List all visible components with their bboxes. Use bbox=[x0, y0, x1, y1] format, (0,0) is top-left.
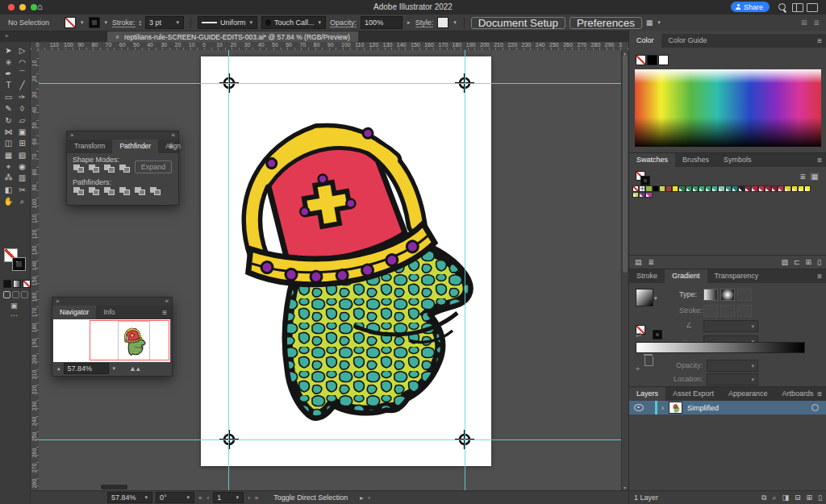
width-profile-field[interactable]: Uniform▾ bbox=[198, 16, 257, 29]
status-back-icon[interactable]: ‹ bbox=[367, 494, 371, 502]
swatch-color[interactable] bbox=[645, 185, 652, 192]
direct-selection-tool[interactable]: ▷ bbox=[15, 45, 29, 56]
type-tool[interactable]: T bbox=[2, 80, 15, 91]
new-sublayer-icon[interactable]: ⊟ bbox=[795, 494, 801, 502]
more-tools-icon[interactable]: ⋯ bbox=[10, 311, 18, 319]
swatch-color[interactable] bbox=[765, 185, 771, 192]
swatch-color[interactable] bbox=[672, 185, 678, 192]
delete-swatch-icon[interactable]: ▯ bbox=[817, 258, 821, 266]
merge-icon[interactable] bbox=[104, 187, 115, 196]
swatch-color[interactable] bbox=[745, 185, 751, 192]
arrange-documents-icon[interactable] bbox=[792, 3, 803, 12]
preferences-button[interactable]: Preferences bbox=[569, 17, 642, 29]
swatch-color[interactable] bbox=[725, 185, 732, 192]
expand-button[interactable]: Expand bbox=[135, 160, 172, 173]
free-transform-tool[interactable]: ▣ bbox=[15, 127, 29, 138]
draw-behind-icon[interactable] bbox=[12, 291, 19, 298]
swatch-color[interactable] bbox=[659, 185, 665, 192]
swatch-color[interactable] bbox=[738, 185, 745, 192]
delete-layer-icon[interactable]: ▯ bbox=[818, 494, 822, 502]
magic-wand-tool[interactable]: ✳ bbox=[2, 56, 15, 68]
navigator-zoom-field[interactable]: 57.84% bbox=[64, 363, 109, 374]
color-white-swatch[interactable] bbox=[658, 55, 669, 65]
paintbrush-tool[interactable]: ✑ bbox=[15, 92, 29, 103]
swatch-color[interactable] bbox=[718, 185, 724, 192]
swatch-color[interactable] bbox=[705, 185, 711, 192]
stroke-indicator[interactable] bbox=[12, 257, 26, 271]
search-icon[interactable] bbox=[778, 3, 786, 10]
stroke-label[interactable]: Stroke: bbox=[112, 19, 136, 27]
new-layer-icon[interactable]: ⊞ bbox=[807, 494, 813, 502]
swatch-color[interactable] bbox=[778, 185, 784, 192]
canvas[interactable] bbox=[39, 50, 621, 490]
fill-chevron-icon[interactable]: ▾ bbox=[80, 19, 85, 26]
none-button[interactable] bbox=[23, 280, 31, 288]
make-clipping-mask-icon[interactable]: ◨ bbox=[782, 494, 789, 502]
scroll-down-icon[interactable]: ▾ bbox=[624, 485, 626, 490]
style-label[interactable]: Style: bbox=[415, 19, 434, 27]
guide-vertical-left[interactable] bbox=[228, 50, 229, 490]
swatch-color[interactable] bbox=[645, 192, 652, 198]
color-none-swatch[interactable] bbox=[636, 55, 646, 65]
navigator-menu-icon[interactable]: ≡ bbox=[162, 308, 167, 317]
reverse-gradient-icon[interactable]: ⇄ bbox=[636, 331, 642, 339]
rectangle-tool[interactable]: ▭ bbox=[2, 92, 15, 103]
swatch-none[interactable] bbox=[632, 185, 639, 192]
tab-swatches[interactable]: Swatches bbox=[629, 153, 675, 167]
exclude-icon[interactable] bbox=[119, 165, 131, 173]
swatch-color[interactable] bbox=[804, 185, 811, 192]
swatch-libraries-icon[interactable]: ▤ bbox=[635, 258, 642, 266]
swatches-panel-menu-icon[interactable]: ≡ bbox=[817, 156, 822, 165]
perspective-grid-tool[interactable]: ⊞ bbox=[15, 138, 29, 149]
curvature-tool[interactable]: ⌒ bbox=[15, 69, 29, 80]
layer-name[interactable]: Simplified bbox=[687, 404, 719, 412]
style-chevron-icon[interactable]: ▾ bbox=[453, 19, 457, 26]
tab-transparency[interactable]: Transparency bbox=[707, 269, 766, 283]
collapse-panel-icon[interactable]: « bbox=[172, 131, 175, 140]
guide-vertical-right[interactable] bbox=[465, 50, 465, 490]
navigator-view-rectangle[interactable] bbox=[90, 320, 169, 360]
opacity-more-icon[interactable]: ▸ bbox=[407, 19, 411, 26]
new-folder-icon[interactable]: ⊏ bbox=[794, 258, 800, 266]
previous-artboard-icon[interactable]: ‹ bbox=[206, 494, 210, 502]
swatch-color[interactable] bbox=[699, 185, 705, 192]
layers-panel-menu-icon[interactable]: ≡ bbox=[817, 389, 822, 398]
freeform-gradient-icon[interactable] bbox=[737, 289, 752, 301]
vertical-scrollbar-thumb[interactable] bbox=[623, 55, 628, 273]
selection-tool[interactable]: ➤ bbox=[2, 45, 15, 56]
swatch-color[interactable] bbox=[686, 185, 692, 192]
stroke-weight-field[interactable]: 3 pt▾ bbox=[145, 16, 184, 29]
eyedropper-tool[interactable]: ⌖ bbox=[2, 161, 15, 173]
swatch-color[interactable] bbox=[711, 185, 718, 192]
slice-tool[interactable]: ✂ bbox=[15, 185, 29, 196]
gradient-panel-menu-icon[interactable]: ≡ bbox=[817, 272, 822, 281]
fill-color-swatch[interactable] bbox=[65, 17, 76, 28]
artboard-number-field[interactable]: 1▾ bbox=[213, 492, 244, 503]
swatch-registration[interactable]: ✛ bbox=[639, 185, 645, 192]
locate-object-icon[interactable]: ⌕ bbox=[772, 494, 776, 502]
unite-icon[interactable] bbox=[73, 165, 85, 173]
first-artboard-icon[interactable]: « bbox=[198, 494, 202, 502]
column-graph-tool[interactable]: ▥ bbox=[15, 173, 29, 184]
gradient-fill-thumbnail[interactable] bbox=[636, 289, 653, 306]
gradient-location-field[interactable]: ▾ bbox=[707, 373, 758, 385]
touch-workspace-icon[interactable]: ⊞ bbox=[801, 19, 807, 27]
color-spectrum[interactable] bbox=[635, 69, 821, 147]
swatch-color[interactable] bbox=[758, 185, 765, 192]
swatch-color[interactable] bbox=[791, 185, 798, 192]
tab-layers[interactable]: Layers bbox=[629, 387, 665, 401]
tab-artboards[interactable]: Artboards bbox=[775, 387, 821, 401]
close-tab-icon[interactable]: × bbox=[115, 33, 119, 41]
list-view-icon[interactable]: ≣ bbox=[799, 173, 806, 181]
delete-stop-icon[interactable] bbox=[645, 356, 653, 366]
gradient-angle-field[interactable]: ▾ bbox=[703, 320, 758, 332]
grid-view-icon[interactable]: ▦ bbox=[810, 173, 819, 181]
document-setup-button[interactable]: Document Setup bbox=[471, 17, 565, 29]
swatch-color[interactable] bbox=[751, 185, 757, 192]
gradient-stroke-proxy[interactable] bbox=[653, 330, 662, 339]
color-button[interactable] bbox=[3, 280, 11, 288]
linear-gradient-icon[interactable] bbox=[703, 289, 718, 301]
pen-tool[interactable]: ✒ bbox=[2, 69, 15, 80]
zoom-in-icon[interactable]: ▲▴ bbox=[129, 364, 140, 373]
draw-normal-icon[interactable] bbox=[3, 291, 10, 298]
